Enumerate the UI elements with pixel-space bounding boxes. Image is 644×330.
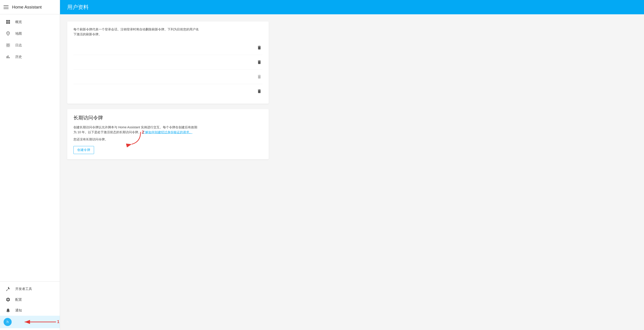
sidebar-item-map[interactable]: 地图 [0,28,60,39]
sidebar-item-logbook[interactable]: 日志 [0,39,60,51]
token-row-1 [74,40,262,55]
wrench-icon [5,286,11,292]
delete-token-2-button[interactable] [256,59,262,65]
token-row-2 [74,55,262,70]
refresh-tokens-content: 每个刷新令牌代表一个登录会话。注销登录时将自动删除刷新令牌。下列为目前您的用户名… [67,21,269,104]
no-tokens-text: 您还没有长期访问令牌。 2 [74,138,262,142]
app-title: Home Assistant [12,5,42,10]
delete-token-1-button[interactable] [256,44,262,51]
map-icon [5,31,11,36]
sidebar-item-overview[interactable]: 概览 [0,16,60,28]
sidebar-item-history[interactable]: 历史 [0,51,60,63]
sidebar-label-overview: 概览 [15,20,22,24]
learn-more-link[interactable]: 了解如何创建经过身份验证的请求。 [142,130,192,134]
svg-text:1: 1 [57,320,59,324]
delete-token-4-button[interactable] [256,88,262,94]
sidebar-nav: 概览 地图 日志 [0,14,60,282]
delete-token-3-button[interactable] [256,74,262,80]
sidebar-label-settings: 配置 [15,298,22,302]
sidebar-bottom: 开发者工具 配置 通知 h [0,282,60,330]
sidebar-label-notifications: 通知 [15,308,22,313]
sidebar-label-history: 历史 [15,55,22,59]
avatar: h [4,318,12,326]
create-token-button[interactable]: 创建令牌 [74,146,94,154]
topbar: 用户资料 [60,0,644,14]
sidebar-item-notifications[interactable]: 通知 [0,305,60,316]
token-row-4 [74,84,262,98]
sidebar: Home Assistant 概览 地图 [0,0,60,330]
refresh-tokens-card: 每个刷新令牌代表一个登录会话。注销登录时将自动删除刷新令牌。下列为目前您的用户名… [67,21,269,104]
sidebar-item-settings[interactable]: 配置 [0,294,60,305]
refresh-tokens-description: 每个刷新令牌代表一个登录会话。注销登录时将自动删除刷新令牌。下列为目前您的用户名… [74,27,262,37]
sidebar-label-logbook: 日志 [15,43,22,47]
main: 用户资料 每个刷新令牌代表一个登录会话。注销登录时将自动删除刷新令牌。下列为目前… [60,0,644,330]
long-term-title: 长期访问令牌 [74,115,262,121]
sidebar-label-map: 地图 [15,31,22,36]
arrow-annotation-1: 1 [22,316,58,328]
grid-icon [5,19,11,25]
page-title: 用户资料 [67,3,89,11]
chart-icon [5,54,11,59]
content: 每个刷新令牌代表一个登录会话。注销登录时将自动删除刷新令牌。下列为目前您的用户名… [60,14,644,330]
long-term-tokens-card: 长期访问令牌 创建长期访问令牌以允许脚本与 Home Assistant 实例进… [67,109,269,160]
sidebar-header: Home Assistant [0,0,60,14]
bell-icon [5,308,11,313]
gear-icon [5,297,11,302]
user-avatar-item[interactable]: h 1 [0,316,60,328]
list-icon [5,42,11,48]
menu-icon[interactable] [4,5,8,9]
long-term-tokens-content: 长期访问令牌 创建长期访问令牌以允许脚本与 Home Assistant 实例进… [67,109,269,160]
sidebar-item-developer[interactable]: 开发者工具 [0,284,60,294]
long-term-description: 创建长期访问令牌以允许脚本与 Home Assistant 实例进行交互。每个令… [74,125,262,135]
token-row-3 [74,70,262,84]
sidebar-label-developer: 开发者工具 [15,287,32,291]
